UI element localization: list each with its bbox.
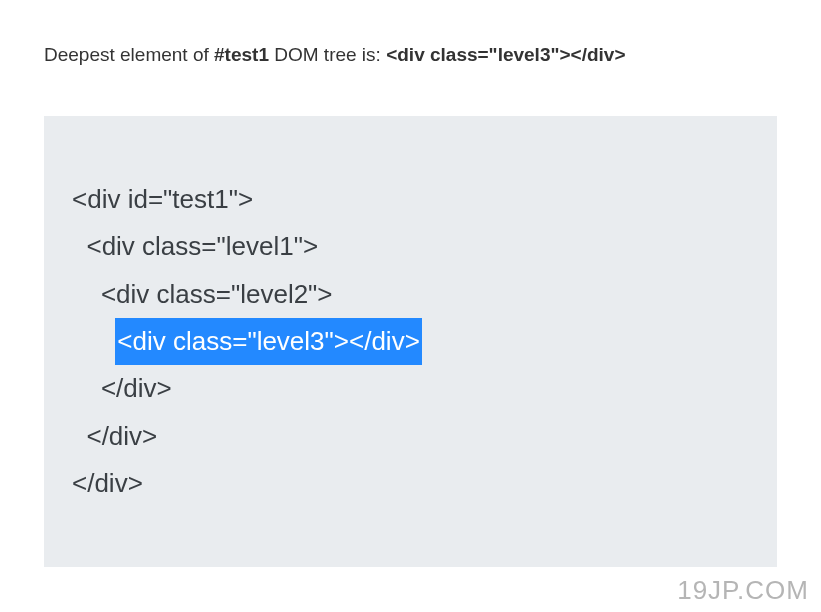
heading-bold1: #test1 xyxy=(214,44,269,65)
watermark: 19JP.COM xyxy=(677,575,809,606)
code-line-5: </div> xyxy=(72,365,749,412)
heading-prefix: Deepest element of xyxy=(44,44,214,65)
heading-text: Deepest element of #test1 DOM tree is: <… xyxy=(44,44,777,66)
code-line-4-indent xyxy=(72,326,115,356)
code-line-6: </div> xyxy=(72,413,749,460)
heading-bold2: <div class="level3"></div> xyxy=(386,44,625,65)
code-block: <div id="test1"> <div class="level1"> <d… xyxy=(44,116,777,567)
code-line-1: <div id="test1"> xyxy=(72,176,749,223)
code-line-4: <div class="level3"></div> xyxy=(72,318,749,365)
heading-mid: DOM tree is: xyxy=(269,44,386,65)
code-line-4-highlight: <div class="level3"></div> xyxy=(115,318,421,365)
code-line-2: <div class="level1"> xyxy=(72,223,749,270)
code-line-7: </div> xyxy=(72,460,749,507)
code-line-3: <div class="level2"> xyxy=(72,271,749,318)
